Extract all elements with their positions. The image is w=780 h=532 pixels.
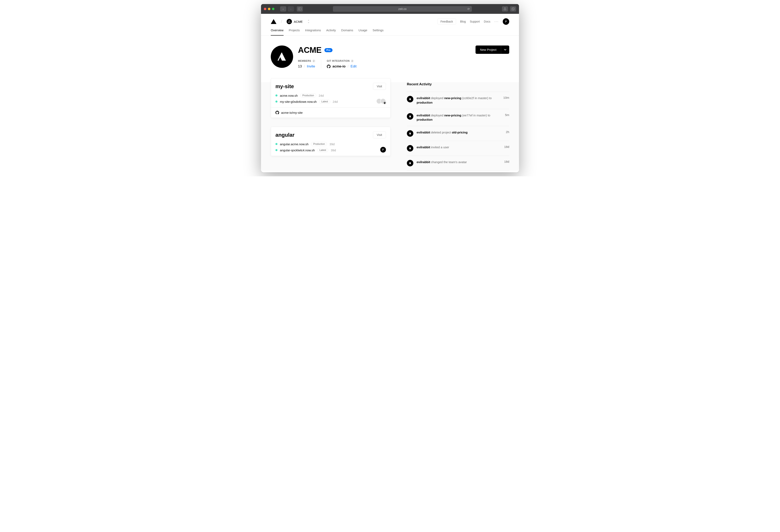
visit-button[interactable]: Visit — [373, 132, 386, 138]
new-project-dropdown[interactable] — [501, 46, 509, 54]
team-switcher[interactable]: ACME ⌃⌄ — [287, 19, 309, 24]
activity-row[interactable]: evilrabbit deployed new-pricing (cc60e2f… — [407, 92, 509, 109]
deployment-age: 39d — [331, 148, 336, 152]
activity-avatar-icon — [407, 145, 413, 151]
nav-tabs: Overview Projects Integrations Activity … — [261, 25, 519, 36]
activity-time: 2h — [506, 130, 509, 134]
new-project-button[interactable]: New Project — [476, 46, 501, 54]
activity-time: 10m — [503, 96, 509, 99]
breadcrumb-separator: / — [281, 19, 282, 24]
tab-integrations[interactable]: Integrations — [305, 29, 321, 36]
nav-link-blog[interactable]: Blog — [460, 20, 466, 23]
members-block: MEMBERS i 13 / Invite — [298, 59, 321, 68]
share-icon[interactable] — [502, 6, 508, 11]
activity-text: evilrabbit changed the team's avatar — [417, 160, 499, 164]
back-button[interactable]: ‹ — [280, 6, 286, 11]
github-icon — [276, 111, 279, 114]
more-menu-icon[interactable]: ··· — [494, 19, 499, 24]
plan-badge: Pro — [325, 48, 333, 52]
status-dot-ready-icon — [276, 101, 278, 103]
deployment-url[interactable]: acme.now.sh — [280, 94, 298, 97]
activity-row[interactable]: evilrabbit deployed new-pricing (ee77ef … — [407, 109, 509, 126]
project-repo-footer: acme-io/my-site — [271, 107, 390, 117]
avatar — [380, 98, 386, 104]
status-dot-ready-icon — [276, 149, 278, 151]
zeit-logo-icon[interactable] — [271, 19, 277, 24]
visit-button[interactable]: Visit — [373, 83, 386, 90]
git-org: acme-io — [333, 64, 345, 68]
top-bar: / ACME ⌃⌄ Feedback Blog Support Docs ···… — [261, 14, 519, 25]
activity-avatar-icon — [407, 130, 413, 137]
activity-time: 18d — [504, 145, 509, 148]
svg-rect-2 — [512, 8, 514, 10]
deployment-row: acme.now.sh Production 24d — [276, 93, 386, 97]
info-icon[interactable]: i — [351, 59, 354, 62]
activity-text: evilrabbit deployed new-pricing (cc60e2f… — [417, 96, 498, 105]
activity-text: evilrabbit deleted project old-pricing — [417, 130, 501, 135]
deployment-row: angular.acme.now.sh Production 39d — [276, 142, 386, 146]
activity-avatar-icon — [407, 160, 413, 166]
nav-link-support[interactable]: Support — [470, 20, 480, 23]
project-card: my-site Visit acme.now.sh Production 24d… — [271, 78, 391, 118]
new-project-split-button: New Project — [476, 46, 509, 54]
close-window-icon[interactable] — [264, 8, 266, 10]
project-cards: my-site Visit acme.now.sh Production 24d… — [271, 78, 391, 171]
github-icon — [327, 64, 331, 68]
tabs-icon[interactable] — [510, 6, 516, 11]
forward-button[interactable]: › — [288, 6, 294, 11]
browser-chrome: ‹ › zeit.co ⟳ — [261, 4, 519, 14]
tab-settings[interactable]: Settings — [373, 29, 384, 36]
reload-icon[interactable]: ⟳ — [468, 7, 470, 10]
env-badge: Latest — [317, 148, 329, 152]
activity-text: evilrabbit invited a user — [417, 145, 499, 149]
activity-text: evilrabbit deployed new-pricing (ee77ef … — [417, 113, 500, 122]
git-label: GIT INTEGRATION — [327, 59, 350, 62]
deployment-url[interactable]: angular-qocklwtc4.now.sh — [280, 148, 315, 152]
git-edit-link[interactable]: Edit — [351, 64, 356, 68]
tab-activity[interactable]: Activity — [326, 29, 336, 36]
svg-rect-0 — [298, 8, 301, 10]
content-grid: my-site Visit acme.now.sh Production 24d… — [261, 78, 519, 171]
tab-usage[interactable]: Usage — [358, 29, 367, 36]
status-dot-ready-icon — [276, 143, 278, 145]
project-name[interactable]: angular — [276, 132, 295, 138]
minimize-window-icon[interactable] — [268, 8, 271, 10]
switcher-chevrons-icon: ⌃⌄ — [307, 20, 309, 23]
user-avatar[interactable]: P — [503, 18, 509, 25]
recent-activity-title: Recent Activity — [407, 80, 509, 92]
window-controls — [264, 8, 275, 10]
project-card: angular Visit angular.acme.now.sh Produc… — [271, 127, 391, 156]
tab-projects[interactable]: Projects — [289, 29, 300, 36]
deployment-age: 24d — [333, 100, 338, 103]
deployment-row: my-site-g0sdo6owe.now.sh Latest 24d — [276, 100, 386, 104]
contributor-avatars — [378, 98, 386, 104]
env-badge: Production — [311, 142, 327, 146]
deployment-row: angular-qocklwtc4.now.sh Latest 39d — [276, 148, 386, 152]
invite-link[interactable]: Invite — [307, 64, 315, 68]
deployment-url[interactable]: angular.acme.now.sh — [280, 142, 308, 146]
deployment-url[interactable]: my-site-g0sdo6owe.now.sh — [280, 100, 317, 103]
recent-activity-panel: Recent Activity evilrabbit deployed new-… — [407, 78, 509, 171]
tab-domains[interactable]: Domains — [341, 29, 353, 36]
deployment-age: 24d — [319, 94, 324, 97]
activity-row[interactable]: evilrabbit deleted project old-pricing2h — [407, 126, 509, 141]
team-name: ACME — [294, 20, 303, 23]
nav-link-docs[interactable]: Docs — [484, 20, 490, 23]
activity-row[interactable]: evilrabbit changed the team's avatar18d — [407, 156, 509, 171]
fullscreen-window-icon[interactable] — [272, 8, 275, 10]
team-hero: ACME Pro MEMBERS i 13 / Invi — [261, 36, 519, 78]
contributor-avatar: P — [380, 147, 386, 152]
address-bar[interactable]: zeit.co ⟳ — [333, 6, 472, 12]
project-name[interactable]: my-site — [276, 83, 294, 90]
team-avatar-large — [271, 46, 293, 68]
info-icon[interactable]: i — [312, 59, 315, 62]
activity-row[interactable]: evilrabbit invited a user18d — [407, 141, 509, 156]
env-badge: Latest — [319, 100, 330, 104]
git-block: GIT INTEGRATION i acme-io / Edit — [321, 59, 362, 68]
activity-list: evilrabbit deployed new-pricing (cc60e2f… — [407, 92, 509, 171]
sidebar-toggle-icon[interactable] — [297, 6, 303, 11]
project-repo[interactable]: acme-io/my-site — [281, 111, 303, 114]
env-badge: Production — [300, 93, 316, 97]
tab-overview[interactable]: Overview — [271, 29, 284, 36]
feedback-button[interactable]: Feedback — [438, 18, 456, 25]
